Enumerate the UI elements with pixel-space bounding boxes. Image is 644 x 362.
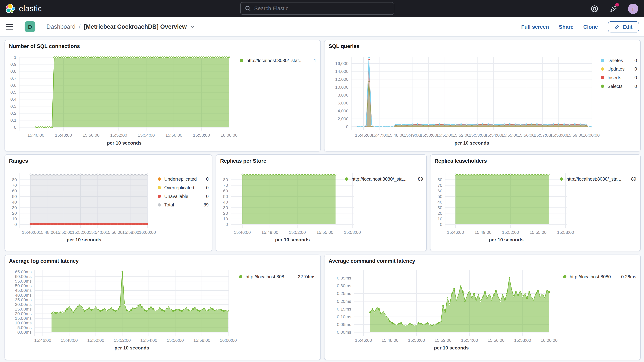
legend-item[interactable]: http://localhost:808...22.74ms (239, 274, 316, 280)
legend-dot-icon (560, 177, 563, 180)
legend-dot-icon (601, 84, 604, 88)
legend-item[interactable]: Unavailable0 (158, 193, 209, 199)
svg-text:70: 70 (438, 183, 442, 188)
svg-text:60: 60 (223, 188, 228, 193)
legend-value: 1 (312, 58, 316, 63)
menu-button[interactable] (6, 22, 13, 31)
legend-item[interactable]: Updates0 (601, 66, 637, 72)
replicas-per-store-chart[interactable]: 8070605040302010015:46:0015:49:0015:52:0… (216, 155, 426, 251)
legend-item[interactable]: http://localhost:8080/_sta...89 (345, 176, 423, 182)
svg-text:16:00:00: 16:00:00 (220, 338, 237, 343)
svg-text:0.15ms: 0.15ms (337, 307, 351, 312)
sql-connections-chart[interactable]: 10.90.80.70.60.50.40.30.20.1015:46:0015:… (5, 40, 320, 151)
svg-text:15:48:00: 15:48:00 (38, 230, 56, 235)
svg-text:12,000: 12,000 (335, 77, 348, 82)
legend-item[interactable]: Selects0 (601, 83, 637, 89)
legend-item[interactable]: Underreplicated0 (158, 176, 209, 182)
legend-item[interactable]: Overreplicated0 (158, 184, 209, 190)
full-screen-button[interactable]: Full screen (521, 24, 549, 30)
svg-text:15:52:00: 15:52:00 (502, 230, 519, 235)
svg-text:40: 40 (223, 200, 228, 204)
panel-title: Average log commit latency (9, 258, 79, 264)
brand-text: elastic (19, 4, 42, 13)
svg-text:80: 80 (223, 177, 228, 182)
legend-item[interactable]: http://localhost:8080/_stat...1 (240, 57, 316, 63)
svg-text:15:46:00: 15:46:00 (22, 230, 39, 235)
panel-replica-leaseholders: 8070605040302010015:46:0015:49:0015:52:0… (430, 154, 641, 251)
svg-text:15:52:00: 15:52:00 (110, 133, 127, 138)
svg-text:15:51:00: 15:51:00 (436, 133, 453, 138)
svg-text:15:50:00: 15:50:00 (408, 338, 425, 343)
legend-value: 0 (632, 58, 637, 63)
svg-text:15:54:00: 15:54:00 (138, 133, 155, 138)
legend-item[interactable]: http://localhost:8080...0.26ms (563, 274, 636, 280)
svg-text:15:46:00: 15:46:00 (355, 338, 372, 343)
legend-dot-icon (158, 203, 161, 206)
legend-value: 89 (631, 176, 636, 182)
divider (19, 17, 19, 36)
svg-text:0: 0 (14, 125, 16, 130)
svg-text:15:55:00: 15:55:00 (316, 230, 334, 235)
svg-text:70: 70 (223, 183, 228, 188)
share-button[interactable]: Share (559, 24, 574, 30)
legend-item[interactable]: Total89 (158, 202, 209, 208)
svg-text:50: 50 (12, 194, 17, 199)
title-menu-button[interactable] (190, 24, 195, 29)
notification-dot (615, 3, 619, 6)
svg-text:15:49:00: 15:49:00 (262, 230, 278, 235)
svg-text:15:52:00: 15:52:00 (434, 338, 452, 343)
svg-text:15:57:00: 15:57:00 (534, 133, 551, 138)
newsfeed-button[interactable] (609, 4, 618, 13)
svg-text:15:55:00: 15:55:00 (530, 230, 547, 235)
command-commit-latency-chart[interactable]: 0.35ms0.30ms0.25ms0.20ms0.15ms0.10ms0.05… (324, 255, 640, 360)
elastic-brand[interactable]: elastic (0, 3, 42, 14)
svg-text:70: 70 (12, 183, 17, 188)
svg-text:16:00:00: 16:00:00 (541, 338, 558, 343)
divider (41, 17, 41, 36)
svg-text:40: 40 (12, 200, 17, 204)
legend-item[interactable]: http://localhost:8080/_sta...89 (560, 176, 636, 182)
log-commit-latency-chart[interactable]: 65.00ms60.00ms55.00ms50.00ms45.00ms40.00… (5, 255, 320, 360)
legend-value: 0 (204, 194, 209, 198)
svg-text:per 10 seconds: per 10 seconds (275, 237, 310, 242)
chart-legend: http://localhost:808...22.74ms (239, 274, 316, 280)
svg-text:0.2: 0.2 (10, 111, 16, 116)
svg-text:15:58:00: 15:58:00 (194, 338, 210, 343)
svg-text:80: 80 (438, 177, 442, 182)
breadcrumb-dashboard-link[interactable]: Dashboard (46, 23, 76, 30)
legend-dot-icon (240, 58, 243, 62)
legend-label: http://localhost:8080... (570, 274, 618, 279)
user-avatar[interactable]: r (628, 4, 638, 14)
global-search[interactable] (240, 2, 394, 15)
svg-text:15:56:00: 15:56:00 (106, 230, 122, 235)
svg-text:0.20ms: 0.20ms (337, 299, 351, 304)
sql-queries-chart[interactable]: 16,00014,00012,00010,0008,0006,0004,0002… (324, 40, 640, 151)
svg-text:15:47:00: 15:47:00 (371, 133, 388, 138)
svg-text:per 10 seconds: per 10 seconds (489, 237, 524, 242)
svg-text:15:58:00: 15:58:00 (122, 230, 139, 235)
svg-text:15:53:00: 15:53:00 (469, 133, 486, 138)
legend-label: Deletes (607, 58, 629, 63)
svg-text:15:52:00: 15:52:00 (452, 133, 470, 138)
legend-label: Inserts (607, 75, 629, 80)
legend-item[interactable]: Deletes0 (601, 57, 637, 63)
edit-button[interactable]: Edit (608, 21, 639, 32)
svg-text:35.00ms: 35.00ms (15, 298, 32, 302)
legend-item[interactable]: Inserts0 (601, 74, 637, 80)
svg-text:16,000: 16,000 (335, 61, 348, 66)
top-nav-bar: elastic (0, 0, 644, 17)
svg-text:0.10ms: 0.10ms (337, 314, 351, 319)
legend-value: 0.26ms (621, 274, 636, 279)
dashboard-badge[interactable]: D (25, 22, 35, 32)
search-input[interactable] (254, 6, 390, 12)
replica-leaseholders-chart[interactable]: 8070605040302010015:46:0015:49:0015:52:0… (430, 155, 640, 251)
legend-value: 89 (204, 202, 209, 207)
panel-title: SQL queries (328, 43, 360, 49)
svg-text:15:56:00: 15:56:00 (488, 338, 504, 343)
svg-text:15:50:00: 15:50:00 (87, 338, 104, 343)
svg-text:0.05ms: 0.05ms (337, 322, 351, 327)
clone-button[interactable]: Clone (583, 24, 598, 30)
chart-legend: http://localhost:8080/_sta...89 (560, 176, 636, 182)
panel-ranges: 8070605040302010015:46:0015:48:0015:50:0… (4, 154, 212, 251)
help-button[interactable] (590, 4, 598, 13)
